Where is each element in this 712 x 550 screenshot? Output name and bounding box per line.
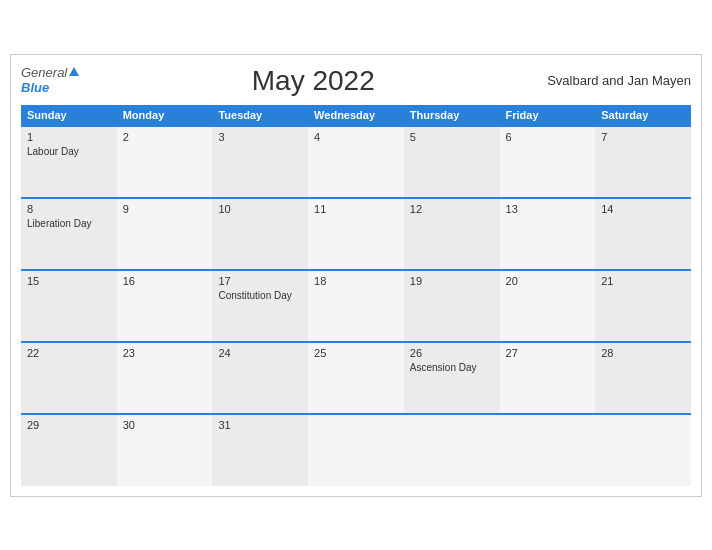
day-number: 28 <box>601 347 685 359</box>
calendar-day-cell: 6 <box>500 126 596 198</box>
day-number: 1 <box>27 131 111 143</box>
weekday-sunday: Sunday <box>21 105 117 126</box>
calendar-day-cell: 10 <box>212 198 308 270</box>
calendar-day-cell: 15 <box>21 270 117 342</box>
calendar-title: May 2022 <box>79 65 547 97</box>
calendar-week-row: 151617Constitution Day18192021 <box>21 270 691 342</box>
calendar-day-cell: 22 <box>21 342 117 414</box>
calendar-day-cell: 25 <box>308 342 404 414</box>
weekday-friday: Friday <box>500 105 596 126</box>
day-number: 2 <box>123 131 207 143</box>
day-event: Ascension Day <box>410 361 494 374</box>
day-number: 17 <box>218 275 302 287</box>
calendar-day-cell: 16 <box>117 270 213 342</box>
calendar-day-cell: 30 <box>117 414 213 486</box>
calendar-day-cell: 2 <box>117 126 213 198</box>
day-number: 13 <box>506 203 590 215</box>
calendar-week-row: 293031 <box>21 414 691 486</box>
calendar-day-cell: 29 <box>21 414 117 486</box>
calendar-day-cell: 28 <box>595 342 691 414</box>
calendar-day-cell: 8Liberation Day <box>21 198 117 270</box>
calendar-day-cell: 1Labour Day <box>21 126 117 198</box>
calendar-day-cell: 31 <box>212 414 308 486</box>
calendar-week-row: 8Liberation Day91011121314 <box>21 198 691 270</box>
calendar-header: General Blue May 2022 Svalbard and Jan M… <box>21 65 691 97</box>
day-number: 14 <box>601 203 685 215</box>
calendar-day-cell: 7 <box>595 126 691 198</box>
day-number: 20 <box>506 275 590 287</box>
logo-blue: Blue <box>21 81 49 95</box>
calendar-day-cell: 27 <box>500 342 596 414</box>
day-number: 29 <box>27 419 111 431</box>
calendar-week-row: 1Labour Day234567 <box>21 126 691 198</box>
day-number: 3 <box>218 131 302 143</box>
day-number: 18 <box>314 275 398 287</box>
day-number: 4 <box>314 131 398 143</box>
day-number: 25 <box>314 347 398 359</box>
calendar-day-cell: 11 <box>308 198 404 270</box>
day-number: 16 <box>123 275 207 287</box>
calendar-day-cell: 23 <box>117 342 213 414</box>
day-number: 22 <box>27 347 111 359</box>
calendar-day-cell: 13 <box>500 198 596 270</box>
calendar-day-cell: 20 <box>500 270 596 342</box>
calendar-wrapper: General Blue May 2022 Svalbard and Jan M… <box>10 54 702 497</box>
calendar-day-cell <box>404 414 500 486</box>
day-number: 10 <box>218 203 302 215</box>
day-number: 26 <box>410 347 494 359</box>
calendar-body: 1Labour Day2345678Liberation Day91011121… <box>21 126 691 486</box>
weekday-tuesday: Tuesday <box>212 105 308 126</box>
calendar-day-cell <box>500 414 596 486</box>
calendar-day-cell: 9 <box>117 198 213 270</box>
day-number: 21 <box>601 275 685 287</box>
day-number: 24 <box>218 347 302 359</box>
day-number: 12 <box>410 203 494 215</box>
calendar-day-cell: 12 <box>404 198 500 270</box>
day-number: 11 <box>314 203 398 215</box>
logo: General Blue <box>21 66 79 95</box>
weekday-monday: Monday <box>117 105 213 126</box>
day-number: 19 <box>410 275 494 287</box>
day-number: 9 <box>123 203 207 215</box>
calendar-grid: Sunday Monday Tuesday Wednesday Thursday… <box>21 105 691 486</box>
day-number: 6 <box>506 131 590 143</box>
calendar-day-cell: 26Ascension Day <box>404 342 500 414</box>
day-event: Liberation Day <box>27 217 111 230</box>
calendar-day-cell: 24 <box>212 342 308 414</box>
calendar-day-cell <box>595 414 691 486</box>
calendar-day-cell: 21 <box>595 270 691 342</box>
day-event: Labour Day <box>27 145 111 158</box>
day-number: 27 <box>506 347 590 359</box>
calendar-week-row: 2223242526Ascension Day2728 <box>21 342 691 414</box>
day-number: 31 <box>218 419 302 431</box>
weekday-wednesday: Wednesday <box>308 105 404 126</box>
calendar-day-cell: 18 <box>308 270 404 342</box>
day-number: 5 <box>410 131 494 143</box>
weekday-thursday: Thursday <box>404 105 500 126</box>
day-number: 8 <box>27 203 111 215</box>
calendar-day-cell: 14 <box>595 198 691 270</box>
day-number: 30 <box>123 419 207 431</box>
weekday-header-row: Sunday Monday Tuesday Wednesday Thursday… <box>21 105 691 126</box>
day-number: 7 <box>601 131 685 143</box>
calendar-day-cell <box>308 414 404 486</box>
day-number: 15 <box>27 275 111 287</box>
calendar-region: Svalbard and Jan Mayen <box>547 73 691 88</box>
logo-general: General <box>21 66 79 80</box>
day-event: Constitution Day <box>218 289 302 302</box>
calendar-day-cell: 3 <box>212 126 308 198</box>
day-number: 23 <box>123 347 207 359</box>
calendar-day-cell: 17Constitution Day <box>212 270 308 342</box>
calendar-day-cell: 4 <box>308 126 404 198</box>
calendar-day-cell: 5 <box>404 126 500 198</box>
calendar-day-cell: 19 <box>404 270 500 342</box>
weekday-saturday: Saturday <box>595 105 691 126</box>
